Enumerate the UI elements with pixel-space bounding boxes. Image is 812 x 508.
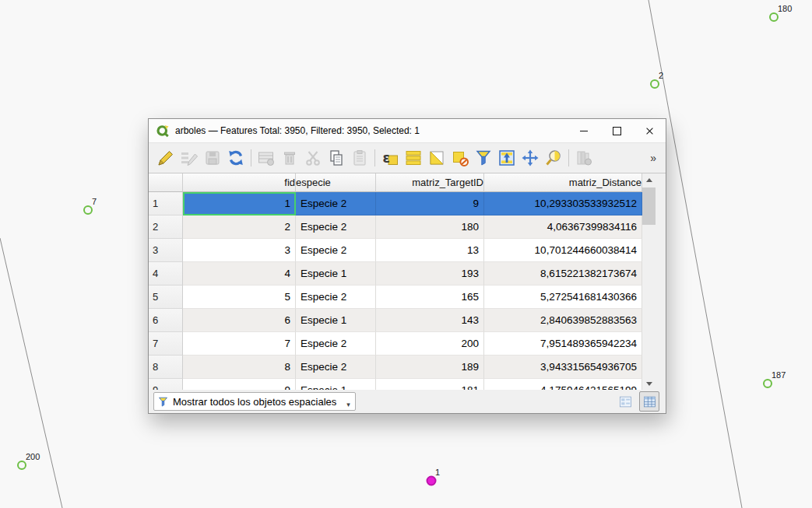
cell-matriz_TargetID[interactable]: 181: [376, 379, 484, 390]
cell-matriz_TargetID[interactable]: 189: [376, 356, 484, 379]
select-all-button[interactable]: [402, 146, 425, 170]
cell-especie[interactable]: Especie 2: [296, 192, 376, 215]
scroll-up-icon: [646, 178, 652, 182]
copy-button[interactable]: [325, 146, 348, 170]
scroll-down-icon: [646, 382, 652, 386]
paste-icon: [350, 149, 369, 167]
row-number-cell[interactable]: 1: [149, 192, 183, 215]
cell-fid[interactable]: 4: [183, 262, 296, 286]
window-titlebar[interactable]: arboles — Features Total: 3950, Filtered…: [149, 119, 666, 142]
table-view-button[interactable]: [639, 391, 659, 412]
table-row: 11Especie 2910,293303533932512: [149, 192, 642, 215]
cell-especie[interactable]: Especie 2: [296, 332, 376, 356]
row-number-cell[interactable]: 3: [149, 239, 183, 262]
cell-especie[interactable]: Especie 1: [296, 262, 376, 286]
cell-fid[interactable]: 1: [183, 192, 296, 215]
reload-button[interactable]: [224, 146, 248, 170]
cell-matriz_Distance[interactable]: 10,293303533932512: [484, 192, 642, 215]
form-view-button[interactable]: [615, 391, 635, 412]
cell-especie[interactable]: Especie 1: [296, 309, 376, 332]
cell-matriz_TargetID[interactable]: 180: [376, 215, 484, 239]
point-label: 187: [772, 370, 786, 380]
cell-matriz_TargetID[interactable]: 193: [376, 262, 484, 286]
cell-especie[interactable]: Especie 2: [296, 215, 376, 239]
cell-matriz_TargetID[interactable]: 9: [376, 192, 484, 215]
row-number-cell[interactable]: 5: [149, 286, 183, 309]
point-label: 7: [92, 197, 97, 206]
cell-matriz_Distance[interactable]: 4,175946421565199: [484, 379, 642, 390]
cell-especie[interactable]: Especie 2: [296, 286, 376, 309]
save-edits-icon: [203, 149, 222, 167]
zoom-to-selection-button[interactable]: [542, 146, 565, 170]
select-by-expression-button[interactable]: [378, 146, 402, 170]
cell-matriz_TargetID[interactable]: 200: [376, 332, 484, 356]
toolbar-separator: [251, 149, 251, 166]
close-button[interactable]: [633, 119, 666, 142]
cell-fid[interactable]: 7: [183, 332, 296, 356]
filter-select-button[interactable]: [472, 146, 495, 170]
cell-matriz_Distance[interactable]: 3,943315654936705: [484, 356, 642, 379]
cell-matriz_Distance[interactable]: 10,701244660038414: [484, 239, 642, 262]
scroll-down-button[interactable]: [642, 377, 656, 390]
minimize-button[interactable]: [568, 119, 600, 142]
cell-fid[interactable]: 9: [183, 379, 296, 390]
deselect-all-button[interactable]: [448, 146, 472, 170]
column-header-especie[interactable]: especie: [296, 173, 376, 192]
header-corner-cell[interactable]: [149, 173, 183, 192]
row-number-cell[interactable]: 8: [149, 356, 183, 379]
scrollbar-track[interactable]: [642, 186, 656, 377]
row-number-cell[interactable]: 6: [149, 309, 183, 332]
vertical-scrollbar[interactable]: [642, 173, 656, 390]
table-view-icon: [643, 395, 656, 408]
cell-matriz_TargetID[interactable]: 13: [376, 239, 484, 262]
column-header-fid[interactable]: fid: [183, 173, 296, 192]
tree-point[interactable]: [17, 461, 26, 470]
row-number-cell[interactable]: 4: [149, 262, 183, 286]
feature-filter-dropdown[interactable]: Mostrar todos los objetos espaciales ▾: [153, 392, 356, 411]
form-view-icon: [619, 395, 632, 408]
toolbar-separator: [568, 149, 569, 166]
column-header-matriz_Distance[interactable]: matriz_Distance: [484, 173, 642, 192]
toolbar-buttons: [154, 146, 596, 170]
cell-fid[interactable]: 5: [183, 286, 296, 309]
move-selection-top-icon: [497, 149, 516, 167]
scroll-up-button[interactable]: [642, 173, 656, 186]
table-row: 33Especie 21310,701244660038414: [149, 239, 642, 262]
toggle-editing-button[interactable]: [154, 146, 178, 170]
cell-matriz_TargetID[interactable]: 165: [376, 286, 484, 309]
tree-point[interactable]: [83, 205, 93, 215]
move-selection-top-button[interactable]: [495, 146, 518, 170]
cell-matriz_TargetID[interactable]: 143: [376, 309, 484, 332]
toolbar-overflow-button[interactable]: »: [646, 152, 660, 164]
cell-matriz_Distance[interactable]: 2,840639852883563: [484, 309, 642, 332]
cell-matriz_Distance[interactable]: 7,951489365942234: [484, 332, 642, 356]
cell-especie[interactable]: Especie 2: [296, 239, 376, 262]
pan-to-selection-button[interactable]: [518, 146, 542, 170]
layer-actions-icon: [575, 149, 593, 167]
row-number-cell[interactable]: 2: [149, 215, 183, 239]
selected-tree-point[interactable]: [427, 476, 437, 486]
row-number-cell[interactable]: 9: [149, 379, 183, 390]
column-header-matriz_TargetID[interactable]: matriz_TargetID: [376, 173, 484, 192]
maximize-button[interactable]: [600, 119, 633, 142]
delete-selected-button: [278, 146, 301, 170]
cell-fid[interactable]: 6: [183, 309, 296, 332]
cell-matriz_Distance[interactable]: 8,615221382173674: [484, 262, 642, 286]
cell-especie[interactable]: Especie 1: [296, 379, 376, 390]
cell-fid[interactable]: 8: [183, 356, 296, 379]
cell-fid[interactable]: 2: [183, 215, 296, 239]
tree-point[interactable]: [769, 12, 779, 22]
cell-matriz_Distance[interactable]: 5,272541681430366: [484, 286, 642, 309]
invert-selection-button[interactable]: [425, 146, 448, 170]
cell-matriz_Distance[interactable]: 4,06367399834116: [484, 215, 642, 239]
row-number-cell[interactable]: 7: [149, 332, 183, 356]
close-icon: [645, 127, 654, 135]
cell-especie[interactable]: Especie 2: [296, 356, 376, 379]
tree-point[interactable]: [763, 379, 772, 388]
scrollbar-thumb[interactable]: [642, 187, 656, 225]
point-label: 2: [659, 71, 663, 80]
cell-fid[interactable]: 3: [183, 239, 296, 262]
tree-point[interactable]: [650, 79, 659, 89]
table-statusbar: Mostrar todos los objetos espaciales ▾: [149, 390, 666, 413]
table-row: 99Especie 11814,175946421565199: [149, 379, 642, 390]
